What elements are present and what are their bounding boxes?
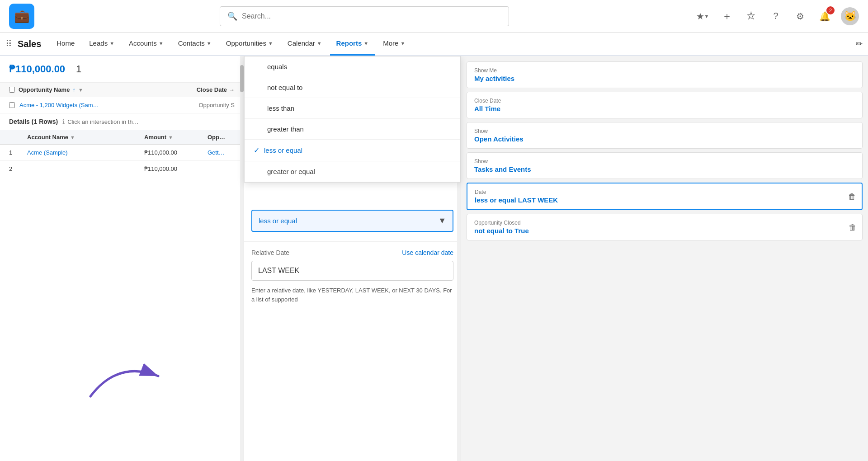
chevron-calendar: ▼ bbox=[317, 41, 322, 46]
filter-card-3[interactable]: ShowTasks and Events bbox=[467, 152, 863, 179]
nav-item-opportunities[interactable]: Opportunities ▼ bbox=[220, 32, 279, 56]
table-row: Acme - 1,200 Widgets (Sam… Opportunity S bbox=[0, 97, 244, 113]
nav-item-reports[interactable]: Reports ▼ bbox=[330, 32, 375, 56]
notifications-btn[interactable]: 🔔 2 bbox=[816, 8, 833, 24]
nav-item-leads[interactable]: Leads ▼ bbox=[83, 32, 121, 56]
nav-label-calendar: Calendar bbox=[288, 39, 315, 47]
close-date-col: Close Date → bbox=[197, 86, 235, 93]
nav-label-opportunities: Opportunities bbox=[226, 39, 266, 47]
nav-label-accounts: Accounts bbox=[129, 39, 157, 47]
amount-1: ₱110,000.00 bbox=[144, 149, 203, 156]
opp-1[interactable]: Gett… bbox=[208, 149, 235, 156]
summary-row: ₱110,000.00 1 bbox=[0, 56, 244, 83]
notification-badge: 2 bbox=[826, 6, 835, 14]
nav-label-reports: Reports bbox=[336, 39, 362, 47]
dropdown-label-greater-equal: greater or equal bbox=[267, 168, 315, 175]
dropdown-item-greater-equal[interactable]: greater or equal bbox=[245, 161, 460, 182]
nav-item-contacts[interactable]: Contacts ▼ bbox=[172, 32, 218, 56]
main-content: ₱110,000.00 1 Opportunity Name ↑ ▼ Close… bbox=[0, 56, 868, 461]
header-left: 💼 bbox=[9, 4, 34, 29]
dropdown-item-not-equal[interactable]: not equal to bbox=[245, 77, 460, 98]
dropdown-label-greater-than: greater than bbox=[267, 125, 304, 133]
filter-card-label-1: Close Date bbox=[474, 98, 855, 104]
filter-card-value-0: My activities bbox=[474, 75, 855, 82]
row-num-1: 1 bbox=[9, 149, 23, 156]
nav-bar: ⠿ Sales Home Leads ▼ Accounts ▼ Contacts… bbox=[0, 33, 868, 56]
data-table-row-1: 1 Acme (Sample) ₱110,000.00 Gett… bbox=[0, 145, 244, 161]
col-opp-header: Opp… bbox=[208, 134, 235, 141]
relative-date-header: Relative Date Use calendar date bbox=[251, 249, 453, 256]
summary-amount: ₱110,000.00 bbox=[9, 63, 65, 75]
opp-name-col-header: Opportunity Name ↑ ▼ bbox=[19, 86, 83, 93]
app-logo[interactable]: 💼 bbox=[9, 4, 34, 29]
nav-label-leads: Leads bbox=[89, 39, 108, 47]
scroll-track-left[interactable] bbox=[240, 56, 244, 461]
chevron-opportunities: ▼ bbox=[268, 41, 273, 46]
nav-item-accounts[interactable]: Accounts ▼ bbox=[123, 32, 170, 56]
filter-card-delete-4[interactable]: 🗑 bbox=[848, 192, 856, 201]
col-amount-header: Amount ▼ bbox=[144, 134, 203, 141]
filter-card-label-4: Date bbox=[475, 189, 854, 195]
table-header-row: Opportunity Name ↑ ▼ Close Date → bbox=[0, 83, 244, 97]
use-calendar-link[interactable]: Use calendar date bbox=[402, 249, 453, 256]
search-input[interactable] bbox=[242, 12, 501, 20]
select-box-text: less or equal bbox=[259, 217, 297, 225]
grid-icon[interactable]: ⠿ bbox=[5, 38, 12, 49]
nav-item-home[interactable]: Home bbox=[50, 32, 81, 56]
scroll-thumb-left[interactable] bbox=[240, 65, 244, 92]
nav-item-more[interactable]: More ▼ bbox=[377, 32, 411, 56]
left-panel: ₱110,000.00 1 Opportunity Name ↑ ▼ Close… bbox=[0, 56, 244, 461]
chevron-accounts: ▼ bbox=[159, 41, 164, 46]
filter-card-4[interactable]: Dateless or equal LAST WEEK🗑 bbox=[467, 183, 863, 210]
dropdown-list: equals not equal to less than greater th… bbox=[244, 56, 461, 183]
add-btn[interactable]: ＋ bbox=[719, 8, 735, 24]
relative-date-hint: Enter a relative date, like YESTERDAY, L… bbox=[251, 286, 453, 304]
help-btn[interactable]: ? bbox=[768, 8, 784, 24]
middle-panel: equals not equal to less than greater th… bbox=[244, 56, 461, 461]
filter-icon-amount[interactable]: ▼ bbox=[168, 135, 173, 140]
search-bar[interactable]: 🔍 bbox=[220, 6, 509, 26]
filter-card-value-4: less or equal LAST WEEK bbox=[475, 196, 854, 204]
data-table-row-2: 2 ₱110,000.00 bbox=[0, 161, 244, 177]
account-link-1[interactable]: Acme (Sample) bbox=[27, 149, 140, 156]
dropdown-item-greater-than[interactable]: greater than bbox=[245, 119, 460, 140]
filter-card-1[interactable]: Close DateAll Time bbox=[467, 92, 863, 118]
amount-2: ₱110,000.00 bbox=[144, 165, 203, 172]
select-box[interactable]: less or equal ▼ bbox=[251, 210, 453, 232]
top-header: 💼 🔍 ★ ▼ ＋ ⛥ ? ⚙ 🔔 2 🐱 bbox=[0, 0, 868, 33]
filter-card-0[interactable]: Show MeMy activities bbox=[467, 61, 863, 88]
row-checkbox[interactable] bbox=[9, 102, 15, 108]
dropdown-label-less-than: less than bbox=[267, 104, 294, 112]
dropdown-item-less-equal[interactable]: ✓ less or equal bbox=[245, 140, 460, 161]
favorites-btn[interactable]: ★ ▼ bbox=[694, 8, 711, 24]
check-icon-less-equal: ✓ bbox=[254, 146, 259, 155]
select-box-wrapper: less or equal ▼ bbox=[244, 210, 461, 232]
details-label: Details (1 Rows) bbox=[9, 118, 58, 125]
nav-item-calendar[interactable]: Calendar ▼ bbox=[281, 32, 328, 56]
gear-icon: ⚙ bbox=[796, 11, 804, 22]
opp-link[interactable]: Acme - 1,200 Widgets (Sam… bbox=[19, 102, 194, 108]
assistant-btn[interactable]: ⛥ bbox=[743, 8, 760, 24]
filter-card-2[interactable]: ShowOpen Activities bbox=[467, 122, 863, 149]
search-icon: 🔍 bbox=[227, 11, 237, 21]
info-icon: ℹ bbox=[62, 118, 65, 125]
relative-date-section: Relative Date Use calendar date Enter a … bbox=[244, 241, 461, 311]
filter-card-label-2: Show bbox=[474, 128, 855, 134]
setup-btn[interactable]: ⚙ bbox=[792, 8, 808, 24]
select-chevron-icon: ▼ bbox=[438, 216, 446, 226]
dropdown-item-less-than[interactable]: less than bbox=[245, 98, 460, 119]
relative-date-input[interactable] bbox=[251, 261, 453, 281]
dropdown-label-not-equal: not equal to bbox=[267, 84, 302, 91]
select-all-checkbox[interactable] bbox=[9, 87, 15, 93]
assistant-icon: ⛥ bbox=[747, 11, 756, 21]
filter-icon-account[interactable]: ▼ bbox=[70, 135, 75, 140]
relative-date-label: Relative Date bbox=[251, 249, 289, 256]
avatar[interactable]: 🐱 bbox=[841, 7, 859, 25]
filter-card-delete-5[interactable]: 🗑 bbox=[849, 222, 857, 232]
dropdown-item-equals[interactable]: equals bbox=[245, 56, 460, 77]
filter-card-5[interactable]: Opportunity Closednot equal to True🗑 bbox=[467, 214, 863, 240]
nav-label-more: More bbox=[383, 39, 398, 47]
chevron-leads: ▼ bbox=[109, 41, 114, 46]
edit-nav-icon[interactable]: ✏ bbox=[856, 39, 863, 49]
right-panel: Show MeMy activitiesClose DateAll TimeSh… bbox=[461, 56, 868, 461]
